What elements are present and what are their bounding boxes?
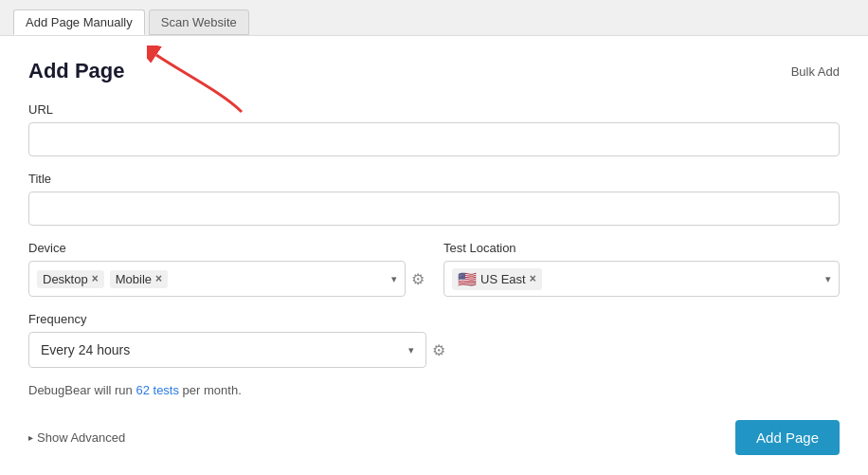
title-input[interactable]	[28, 192, 840, 226]
test-location-label: Test Location	[443, 241, 840, 255]
info-text: DebugBear will run 62 tests per month.	[28, 383, 840, 397]
footer-row: ▸ Show Advanced Add Page	[28, 420, 840, 455]
url-field-group: URL	[28, 102, 840, 156]
url-label: URL	[28, 102, 840, 117]
title-label: Title	[28, 172, 840, 186]
page-title: Add Page	[28, 59, 124, 83]
bulk-add-link[interactable]: Bulk Add	[791, 64, 840, 79]
remove-desktop-tag[interactable]: ×	[92, 272, 99, 285]
tab-scan-website[interactable]: Scan Website	[149, 9, 249, 35]
device-tag-mobile: Mobile ×	[110, 270, 168, 288]
frequency-dropdown-arrow-icon: ▾	[408, 344, 414, 356]
add-page-button[interactable]: Add Page	[735, 420, 840, 455]
device-label: Device	[28, 241, 425, 255]
frequency-select[interactable]: Every 24 hours ▾	[28, 332, 426, 368]
test-count-link[interactable]: 62 tests	[136, 383, 179, 397]
frequency-gear-icon[interactable]: ⚙	[432, 341, 445, 359]
remove-mobile-tag[interactable]: ×	[155, 272, 162, 285]
frequency-label: Frequency	[28, 312, 840, 326]
page-header: Add Page Bulk Add	[28, 59, 840, 83]
main-content: Add Page Bulk Add URL Title Device Deskt…	[0, 36, 868, 475]
device-dropdown-arrow-icon: ▾	[391, 273, 397, 285]
url-input[interactable]	[28, 122, 840, 156]
show-advanced-toggle[interactable]: ▸ Show Advanced	[28, 430, 125, 445]
device-select[interactable]: Desktop × Mobile × ▾	[28, 261, 406, 297]
device-location-row: Device Desktop × Mobile × ▾ ⚙	[28, 241, 840, 312]
device-col: Device Desktop × Mobile × ▾ ⚙	[28, 241, 425, 312]
location-dropdown-arrow-icon: ▾	[825, 273, 831, 285]
tab-bar: Add Page Manually Scan Website	[0, 0, 868, 36]
frequency-value: Every 24 hours	[41, 342, 130, 357]
frequency-field-group: Frequency Every 24 hours ▾ ⚙	[28, 312, 840, 368]
frequency-row: Every 24 hours ▾ ⚙	[28, 332, 840, 368]
tab-add-page-manually[interactable]: Add Page Manually	[13, 9, 145, 35]
location-col: Test Location 🇺🇸 US East × ▾	[443, 241, 840, 312]
location-select-row: 🇺🇸 US East × ▾	[443, 261, 840, 297]
location-tag-us-east: 🇺🇸 US East ×	[452, 268, 542, 290]
device-select-row: Desktop × Mobile × ▾ ⚙	[28, 261, 425, 297]
location-field-group: Test Location 🇺🇸 US East × ▾	[443, 241, 840, 297]
remove-us-east-tag[interactable]: ×	[530, 272, 536, 285]
title-field-group: Title	[28, 172, 840, 226]
us-flag-icon: 🇺🇸	[458, 270, 477, 288]
device-gear-icon[interactable]: ⚙	[411, 270, 425, 288]
device-tag-desktop: Desktop ×	[37, 270, 104, 288]
show-advanced-arrow-icon: ▸	[28, 432, 33, 443]
location-select[interactable]: 🇺🇸 US East × ▾	[443, 261, 840, 297]
device-field-group: Device Desktop × Mobile × ▾ ⚙	[28, 241, 425, 297]
